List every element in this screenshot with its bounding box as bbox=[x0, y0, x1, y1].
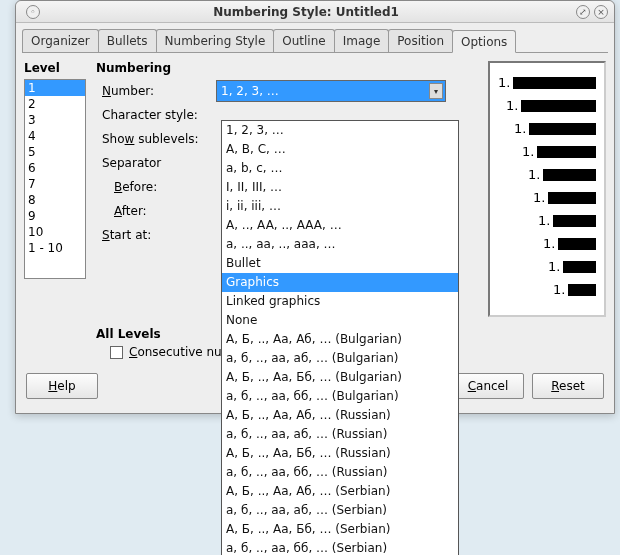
number-option[interactable]: а, б, .., аа, аб, … (Serbian) bbox=[222, 501, 458, 520]
close-icon[interactable]: × bbox=[594, 5, 608, 19]
number-option[interactable]: A, B, C, … bbox=[222, 140, 458, 159]
tab-image[interactable]: Image bbox=[334, 29, 390, 52]
level-item[interactable]: 10 bbox=[25, 224, 85, 240]
number-option[interactable]: Graphics bbox=[222, 273, 458, 292]
level-item[interactable]: 1 - 10 bbox=[25, 240, 85, 256]
number-option[interactable]: а, б, .., аа, бб, … (Serbian) bbox=[222, 539, 458, 555]
tab-numbering-style[interactable]: Numbering Style bbox=[156, 29, 275, 52]
number-option[interactable]: а, б, .., аа, бб, … (Russian) bbox=[222, 463, 458, 482]
consecutive-checkbox[interactable] bbox=[110, 346, 123, 359]
preview-bar bbox=[537, 146, 596, 158]
number-option[interactable]: А, Б, .., Аа, Бб, … (Serbian) bbox=[222, 520, 458, 539]
preview-num: 1. bbox=[498, 75, 510, 90]
tab-outline[interactable]: Outline bbox=[273, 29, 334, 52]
number-option[interactable]: А, Б, .., Аа, Бб, … (Bulgarian) bbox=[222, 368, 458, 387]
before-label: Before: bbox=[96, 180, 216, 194]
number-option[interactable]: А, Б, .., Аа, Аб, … (Serbian) bbox=[222, 482, 458, 501]
maximize-icon[interactable]: ⤢ bbox=[576, 5, 590, 19]
help-button[interactable]: Help bbox=[26, 373, 98, 399]
number-option[interactable]: a, b, c, … bbox=[222, 159, 458, 178]
preview-num: 1. bbox=[522, 144, 534, 159]
preview-num: 1. bbox=[514, 121, 526, 136]
reset-button[interactable]: Reset bbox=[532, 373, 604, 399]
number-option[interactable]: А, Б, .., Аа, Аб, … (Bulgarian) bbox=[222, 330, 458, 349]
number-label: Number: bbox=[96, 84, 216, 98]
consecutive-label: Consecutive nu bbox=[129, 345, 222, 359]
number-option[interactable]: а, б, .., аа, бб, … (Bulgarian) bbox=[222, 387, 458, 406]
preview-num: 1. bbox=[553, 282, 565, 297]
tab-bar: Organizer Bullets Numbering Style Outlin… bbox=[22, 29, 608, 53]
preview-bar bbox=[521, 100, 596, 112]
tab-bullets[interactable]: Bullets bbox=[98, 29, 157, 52]
level-item[interactable]: 8 bbox=[25, 192, 85, 208]
preview-bar bbox=[553, 215, 596, 227]
numbering-header: Numbering bbox=[96, 61, 474, 75]
cancel-button[interactable]: Cancel bbox=[452, 373, 524, 399]
title-bar: ◦ Numbering Style: Untitled1 ⤢ × bbox=[16, 1, 614, 23]
chevron-down-icon[interactable]: ▾ bbox=[429, 83, 443, 99]
number-option[interactable]: А, Б, .., Аа, Бб, … (Russian) bbox=[222, 444, 458, 463]
number-option[interactable]: None bbox=[222, 311, 458, 330]
number-option[interactable]: I, II, III, … bbox=[222, 178, 458, 197]
charstyle-label: Character style: bbox=[96, 108, 216, 122]
startat-label: Start at: bbox=[96, 228, 216, 242]
number-option[interactable]: Linked graphics bbox=[222, 292, 458, 311]
preview-bar bbox=[558, 238, 596, 250]
level-item[interactable]: 3 bbox=[25, 112, 85, 128]
number-option[interactable]: A, .., AA, .., AAA, … bbox=[222, 216, 458, 235]
level-item[interactable]: 2 bbox=[25, 96, 85, 112]
preview-num: 1. bbox=[543, 236, 555, 251]
level-item[interactable]: 7 bbox=[25, 176, 85, 192]
preview-pane: 1. 1. 1. 1. 1. 1. 1. 1. 1. 1. bbox=[488, 61, 606, 317]
preview-num: 1. bbox=[548, 259, 560, 274]
after-label: After: bbox=[96, 204, 216, 218]
level-item[interactable]: 5 bbox=[25, 144, 85, 160]
number-option[interactable]: 1, 2, 3, … bbox=[222, 121, 458, 140]
tab-position[interactable]: Position bbox=[388, 29, 453, 52]
number-option[interactable]: а, б, .., аа, аб, … (Bulgarian) bbox=[222, 349, 458, 368]
number-option[interactable]: i, ii, iii, … bbox=[222, 197, 458, 216]
row-number: Number: 1, 2, 3, … ▾ bbox=[96, 79, 474, 103]
preview-bar bbox=[543, 169, 596, 181]
preview-bar bbox=[529, 123, 596, 135]
number-option[interactable]: a, .., aa, .., aaa, … bbox=[222, 235, 458, 254]
window-title: Numbering Style: Untitled1 bbox=[40, 5, 572, 19]
preview-num: 1. bbox=[528, 167, 540, 182]
level-item[interactable]: 1 bbox=[25, 80, 85, 96]
tab-options[interactable]: Options bbox=[452, 30, 516, 53]
showsub-label: Show sublevels: bbox=[96, 132, 216, 146]
number-combo[interactable]: 1, 2, 3, … ▾ bbox=[216, 80, 446, 102]
level-header: Level bbox=[24, 61, 86, 75]
preview-num: 1. bbox=[506, 98, 518, 113]
level-column: Level 1 2 3 4 5 6 7 8 9 10 1 - 10 bbox=[24, 61, 86, 359]
number-dropdown[interactable]: 1, 2, 3, …A, B, C, …a, b, c, …I, II, III… bbox=[221, 120, 459, 555]
number-option[interactable]: А, Б, .., Аа, Аб, … (Russian) bbox=[222, 406, 458, 425]
preview-num: 1. bbox=[538, 213, 550, 228]
level-item[interactable]: 6 bbox=[25, 160, 85, 176]
preview-bar bbox=[513, 77, 596, 89]
level-list[interactable]: 1 2 3 4 5 6 7 8 9 10 1 - 10 bbox=[24, 79, 86, 279]
number-combo-value: 1, 2, 3, … bbox=[221, 84, 279, 98]
preview-num: 1. bbox=[533, 190, 545, 205]
tab-organizer[interactable]: Organizer bbox=[22, 29, 99, 52]
level-item[interactable]: 9 bbox=[25, 208, 85, 224]
separator-label: Separator bbox=[96, 156, 216, 170]
number-option[interactable]: Bullet bbox=[222, 254, 458, 273]
preview-bar bbox=[563, 261, 596, 273]
preview-bar bbox=[568, 284, 596, 296]
level-item[interactable]: 4 bbox=[25, 128, 85, 144]
preview-bar bbox=[548, 192, 596, 204]
menu-icon[interactable]: ◦ bbox=[26, 5, 40, 19]
number-option[interactable]: а, б, .., аа, аб, … (Russian) bbox=[222, 425, 458, 444]
